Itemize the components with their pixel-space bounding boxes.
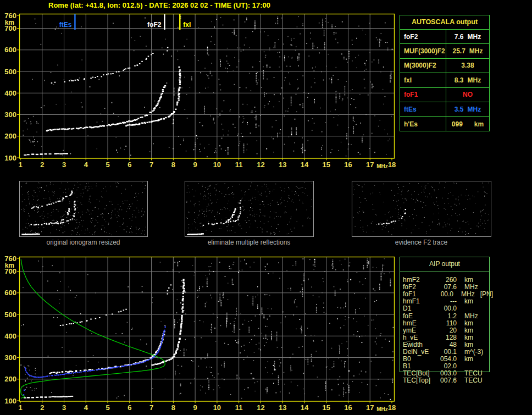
aip-param-unit: km bbox=[457, 341, 473, 348]
autoscala-param-label: M(3000)F2 bbox=[400, 59, 446, 73]
aip-param-value: 1.2 bbox=[437, 313, 457, 320]
autoscala-row-m3000f2: M(3000)F23.38 bbox=[400, 59, 489, 73]
bottom-ionogram-plot: 123456789101112131415161718MHz7607006005… bbox=[4, 254, 396, 412]
aip-param-unit: MHz bbox=[453, 291, 475, 298]
aip-param-label: D1 bbox=[400, 305, 437, 312]
x-tick-label: 12 bbox=[257, 403, 264, 412]
aip-row-foe: foE1.2MHz bbox=[400, 312, 493, 319]
aip-param-note: [PN] bbox=[475, 291, 493, 298]
thumbnail-caption-eliminate: eliminate multiple reflections bbox=[185, 239, 313, 246]
thumbnail-caption-evidence: evidence F2 trace bbox=[352, 239, 491, 246]
aip-param-value: 128 bbox=[437, 334, 457, 341]
autoscala-param-value: 3.5MHz bbox=[446, 106, 489, 113]
autoscala-row-ftes: ftEs3.5MHz bbox=[400, 102, 489, 117]
aip-param-unit: m^(-3) bbox=[457, 348, 483, 356]
thumbnail-2-plot bbox=[185, 181, 314, 237]
x-tick-label: 4 bbox=[84, 403, 88, 412]
y-tick-label: 200 bbox=[4, 132, 16, 140]
aip-param-value: 07.6 bbox=[437, 284, 457, 291]
y-tick-label: 200 bbox=[4, 375, 16, 383]
x-tick-label: 13 bbox=[279, 403, 286, 412]
aip-param-label: DelN_vE bbox=[400, 348, 437, 356]
aip-row-b1: B102.0 bbox=[400, 363, 493, 370]
autoscala-row-fof1: foF1NO bbox=[400, 88, 489, 102]
aip-row-yme: ymE20km bbox=[400, 327, 493, 334]
x-tick-label: 16 bbox=[344, 161, 352, 169]
aip-param-value: 260 bbox=[437, 276, 457, 284]
aip-row-hmf2: hmF2260km bbox=[400, 276, 493, 284]
x-tick-label: 15 bbox=[322, 161, 330, 169]
aip-param-label: Ewidth bbox=[400, 341, 437, 348]
aip-param-label: TEC[Bot] bbox=[400, 370, 437, 377]
aip-param-unit: km bbox=[457, 334, 473, 341]
y-tick-label: 100 bbox=[4, 154, 16, 162]
marker-label-fof2: foF2 bbox=[147, 21, 162, 29]
autoscala-param-value: 7.6MHz bbox=[446, 33, 489, 41]
autoscala-table-header: AUTOSCALA output bbox=[400, 15, 489, 30]
aip-row-fof2: foF207.6MHz bbox=[400, 284, 493, 291]
aip-param-unit: km bbox=[457, 276, 473, 284]
aip-param-unit: km bbox=[457, 327, 473, 334]
aip-param-label: hmE bbox=[400, 320, 437, 327]
aip-param-unit: TECU bbox=[457, 377, 483, 384]
x-tick-label: 6 bbox=[128, 161, 131, 169]
ionogram-app-window: 123456789101112131415161718MHz7607006005… bbox=[0, 0, 532, 415]
autoscala-param-value: 099km bbox=[446, 120, 489, 128]
thumbnail-1-plot bbox=[20, 181, 148, 237]
aip-param-unit: TECU bbox=[457, 370, 483, 377]
autoscala-param-label: foF2 bbox=[400, 30, 446, 43]
autoscala-param-value: 3.38 bbox=[446, 62, 489, 69]
aip-row-d1: D100.0 bbox=[400, 305, 493, 312]
x-tick-label: 9 bbox=[193, 403, 197, 412]
y-tick-label: 300 bbox=[4, 110, 16, 119]
autoscala-row-hes: h'Es099km bbox=[400, 117, 489, 131]
x-tick-label: 11 bbox=[235, 161, 243, 169]
aip-param-label: foF2 bbox=[400, 284, 437, 291]
aip-row-b0: B0054.0km bbox=[400, 356, 493, 363]
x-tick-label: 11 bbox=[235, 403, 243, 412]
aip-table-header: AIP output bbox=[400, 260, 490, 268]
x-tick-label: 8 bbox=[171, 403, 175, 412]
autoscala-param-value: NO bbox=[446, 91, 489, 98]
x-tick-label: 13 bbox=[279, 161, 286, 169]
x-tick-label: 2 bbox=[40, 403, 44, 412]
autoscala-row-muf3000f2: MUF(3000)F225.7MHz bbox=[400, 44, 489, 58]
aip-param-label: B0 bbox=[400, 356, 437, 363]
y-axis-unit: km bbox=[5, 19, 14, 26]
aip-param-label: hmF1 bbox=[400, 298, 437, 305]
aip-param-value: 003.0 bbox=[437, 370, 457, 377]
aip-row-delnve: DelN_vE00.1m^(-3) bbox=[400, 348, 493, 356]
aip-output-table: AIP output hmF2260kmfoF207.6MHzfoF100.0M… bbox=[400, 257, 493, 389]
x-tick-label: 9 bbox=[193, 161, 197, 169]
aip-row-hve: h_vE128km bbox=[400, 334, 493, 341]
thumbnail-caption-original: original ionogram resized bbox=[19, 239, 147, 246]
aip-row-ewidth: Ewidth48km bbox=[400, 341, 493, 348]
x-tick-label: 2 bbox=[40, 161, 44, 169]
aip-param-label: h_vE bbox=[400, 334, 437, 341]
marker-label-ftes: ftEs bbox=[59, 21, 72, 29]
aip-table-rows: hmF2260kmfoF207.6MHzfoF100.0MHz[PN]hmF1-… bbox=[400, 276, 493, 384]
x-tick-label: 3 bbox=[62, 161, 66, 169]
y-tick-label: 400 bbox=[4, 89, 16, 97]
aip-param-value: 48 bbox=[437, 341, 457, 348]
x-tick-label: 3 bbox=[62, 403, 66, 412]
x-axis-unit: MHz bbox=[376, 406, 388, 412]
autoscala-param-value: 8.3MHz bbox=[446, 76, 489, 84]
y-tick-label: 600 bbox=[4, 46, 16, 54]
aip-param-value: 00.0 bbox=[435, 291, 453, 298]
aip-param-unit: km bbox=[457, 320, 473, 327]
page-title: Rome (lat: +41.8, lon: 012.5) - DATE: 20… bbox=[48, 1, 270, 9]
aip-param-value: 054.0 bbox=[437, 356, 457, 363]
aip-param-label: B1 bbox=[400, 363, 437, 370]
y-tick-label: 500 bbox=[4, 68, 16, 76]
autoscala-row-fof2: foF27.6MHz bbox=[400, 30, 489, 44]
aip-row-hme: hmE110km bbox=[400, 320, 493, 327]
y-tick-label: 100 bbox=[4, 397, 16, 405]
aip-param-unit: MHz bbox=[457, 284, 478, 291]
aip-param-value: --- bbox=[437, 298, 457, 305]
aip-param-label: ymE bbox=[400, 327, 437, 334]
aip-param-label: foF1 bbox=[400, 291, 435, 298]
thumbnail-3-plot bbox=[352, 181, 491, 237]
x-tick-label: 18 bbox=[388, 403, 396, 412]
x-tick-label: 17 bbox=[366, 403, 374, 412]
